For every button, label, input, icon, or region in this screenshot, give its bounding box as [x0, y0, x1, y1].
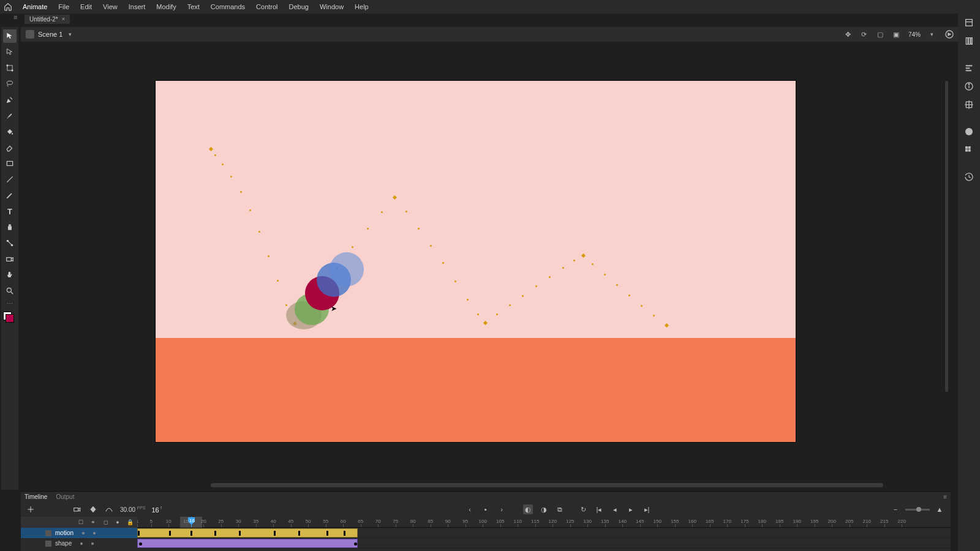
- layer-vis-dot[interactable]: [82, 532, 85, 534]
- loop-icon[interactable]: ↻: [578, 504, 588, 514]
- clip-center-icon[interactable]: ✥: [843, 29, 853, 39]
- layer-lock-dot[interactable]: [93, 532, 96, 534]
- motion-keyframe[interactable]: [209, 147, 213, 151]
- motion-keyframe-tick[interactable]: [239, 531, 241, 536]
- add-layer-icon[interactable]: [26, 504, 36, 514]
- eraser-tool[interactable]: [3, 141, 17, 154]
- menu-insert[interactable]: Insert: [123, 1, 151, 12]
- menu-commands[interactable]: Commands: [205, 1, 251, 12]
- zoom-in-icon[interactable]: ▲: [935, 504, 944, 514]
- line-tool[interactable]: [3, 173, 17, 186]
- motion-keyframe-tick[interactable]: [326, 531, 328, 536]
- properties-panel-icon[interactable]: [962, 16, 976, 29]
- step-forward-icon[interactable]: ▸|: [642, 504, 652, 514]
- onion-skin-outlines-icon[interactable]: ◑: [539, 504, 549, 514]
- library-panel-icon[interactable]: [962, 34, 976, 48]
- motion-keyframe-tick[interactable]: [274, 531, 276, 536]
- text-tool[interactable]: T: [3, 204, 17, 218]
- brush-tool[interactable]: [3, 109, 17, 122]
- layer-outline-icon[interactable]: ◻: [102, 519, 109, 526]
- layer-lock-icon[interactable]: 🔒: [126, 519, 134, 526]
- lasso-tool[interactable]: [3, 77, 17, 91]
- layer-row-motion[interactable]: motion: [21, 528, 137, 538]
- motion-keyframe[interactable]: [393, 195, 397, 200]
- menu-modify[interactable]: Modify: [151, 1, 181, 12]
- motion-keyframe[interactable]: [581, 253, 586, 258]
- more-tools-icon[interactable]: ⋯: [7, 300, 13, 307]
- ink-bottle-tool[interactable]: [3, 220, 17, 234]
- rectangle-tool[interactable]: [3, 157, 17, 170]
- fps-readout[interactable]: 30.00 FPS: [120, 506, 145, 513]
- paint-bucket-tool[interactable]: [3, 125, 17, 138]
- first-frame-icon[interactable]: |◂: [594, 504, 604, 514]
- current-frame-readout[interactable]: 16 f: [151, 505, 162, 514]
- keyframe-camera-icon[interactable]: [72, 504, 82, 514]
- pen-tool[interactable]: [3, 93, 17, 107]
- zoom-chevron-down-icon[interactable]: ▾: [930, 31, 933, 37]
- shape-tween-span[interactable]: [137, 539, 358, 548]
- zoom-value[interactable]: 74%: [907, 31, 922, 38]
- scene-selector[interactable]: Scene 1 ▾: [26, 30, 72, 39]
- keyframe-insert-icon[interactable]: [88, 504, 98, 514]
- motion-keyframe-tick[interactable]: [298, 531, 300, 536]
- insert-keyframe-icon[interactable]: ▪: [481, 504, 491, 514]
- layer-vis-dot[interactable]: [80, 542, 83, 545]
- track-shape[interactable]: [137, 538, 951, 549]
- home-icon[interactable]: [2, 1, 13, 12]
- playhead[interactable]: 16: [191, 517, 192, 527]
- pencil-tool[interactable]: [3, 189, 17, 202]
- tab-output[interactable]: Output: [56, 493, 74, 500]
- bone-tool[interactable]: [3, 236, 17, 250]
- motion-keyframe-tick[interactable]: [214, 531, 216, 536]
- transform-panel-icon[interactable]: [962, 98, 976, 111]
- history-panel-icon[interactable]: [962, 170, 976, 184]
- clip-stage-icon[interactable]: ▢: [875, 29, 885, 39]
- tab-timeline[interactable]: Timeline: [24, 493, 47, 500]
- close-icon[interactable]: ×: [62, 16, 65, 22]
- color-swatches[interactable]: [3, 312, 17, 325]
- menu-control[interactable]: Control: [251, 1, 283, 12]
- step-back-icon[interactable]: ◂: [610, 504, 620, 514]
- collapse-panels-icon[interactable]: ≡: [13, 13, 22, 22]
- swatches-panel-icon[interactable]: [962, 143, 976, 157]
- panel-menu-icon[interactable]: ≡: [943, 493, 947, 500]
- align-panel-icon[interactable]: [962, 61, 976, 75]
- next-keyframe-icon[interactable]: ›: [497, 504, 507, 514]
- layer-lock-dot[interactable]: [91, 542, 94, 545]
- layer-highlight-icon[interactable]: ☐: [77, 519, 85, 526]
- ground-shape[interactable]: [156, 338, 796, 442]
- zoom-out-icon[interactable]: −: [891, 504, 900, 514]
- menu-edit[interactable]: Edit: [75, 1, 97, 12]
- motion-keyframe[interactable]: [483, 321, 488, 325]
- menu-view[interactable]: View: [97, 1, 123, 12]
- motion-keyframe-tick[interactable]: [138, 531, 140, 536]
- play-icon[interactable]: ▸: [626, 504, 636, 514]
- camera-tool[interactable]: [3, 252, 17, 266]
- menu-app-name[interactable]: Animate: [17, 1, 53, 12]
- subselection-tool[interactable]: [3, 45, 17, 59]
- horizontal-scrollbar[interactable]: [211, 483, 883, 487]
- menu-text[interactable]: Text: [182, 1, 205, 12]
- export-icon[interactable]: [944, 29, 954, 39]
- layer-visibility-icon[interactable]: ●: [114, 519, 121, 526]
- edit-multiple-frames-icon[interactable]: ⧉: [555, 504, 565, 514]
- color-panel-icon[interactable]: [962, 125, 976, 138]
- motion-keyframe-tick[interactable]: [169, 531, 171, 536]
- stage-canvas[interactable]: ➤: [156, 81, 796, 442]
- motion-tween-span[interactable]: [137, 528, 358, 538]
- free-transform-tool[interactable]: [3, 61, 17, 75]
- stage-area[interactable]: ➤: [21, 44, 951, 490]
- motion-keyframe-tick[interactable]: [344, 531, 345, 536]
- track-motion[interactable]: [137, 528, 951, 538]
- fit-screen-icon[interactable]: ▣: [891, 29, 901, 39]
- zoom-tool[interactable]: [3, 284, 17, 298]
- prev-keyframe-icon[interactable]: ‹: [465, 504, 475, 514]
- menu-help[interactable]: Help: [349, 1, 374, 12]
- motion-keyframe[interactable]: [665, 323, 669, 328]
- motion-keyframe-tick[interactable]: [190, 531, 192, 536]
- document-tab[interactable]: Untitled-2* ×: [24, 15, 70, 24]
- onion-skin-toggle-icon[interactable]: ◐: [523, 504, 533, 514]
- tween-options-icon[interactable]: [104, 504, 114, 514]
- menu-file[interactable]: File: [53, 1, 75, 12]
- rotate-view-icon[interactable]: ⟳: [859, 29, 869, 39]
